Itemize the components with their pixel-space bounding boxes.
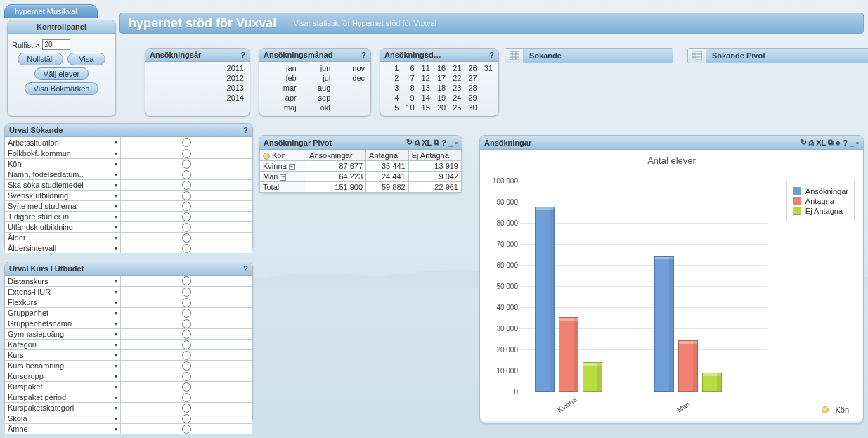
help-icon[interactable]: ?	[240, 51, 245, 59]
minimize-icon[interactable]: _	[448, 139, 453, 147]
help-icon[interactable]: ?	[243, 264, 248, 273]
month-option[interactable]: mar	[282, 83, 298, 93]
year-option[interactable]: 2011	[226, 63, 245, 73]
urval-dropdown[interactable]: Namn, födelsedatum..▾	[5, 169, 121, 179]
close-icon[interactable]: ▫	[856, 139, 859, 147]
help-icon[interactable]: ?	[489, 51, 494, 59]
day-option[interactable]: 27	[467, 73, 478, 83]
help-icon[interactable]: ?	[361, 51, 366, 59]
bar[interactable]	[583, 362, 602, 392]
urval-radio[interactable]	[182, 149, 191, 158]
urval-radio[interactable]	[182, 160, 191, 169]
day-option[interactable]: 9	[408, 93, 415, 103]
day-option[interactable]: 16	[436, 63, 447, 73]
excel-icon[interactable]: XL	[816, 139, 826, 147]
day-option[interactable]: 20	[436, 103, 447, 112]
year-option[interactable]: 2013	[226, 83, 245, 93]
urval-dropdown[interactable]: Folkbokf. kommun▾	[5, 148, 121, 158]
day-option[interactable]: 28	[467, 83, 478, 93]
urval-dropdown[interactable]: Ämne▾	[5, 424, 121, 434]
month-option[interactable]: okt	[319, 103, 332, 112]
urval-dropdown[interactable]: Kurspaket period▾	[5, 392, 121, 402]
month-option[interactable]: apr	[284, 93, 298, 103]
copy-icon[interactable]: ⧉	[434, 138, 439, 147]
urval-dropdown[interactable]: Kursgrupp▾	[5, 371, 121, 381]
urval-dropdown[interactable]: Gruppenhetsnamn▾	[5, 318, 121, 328]
day-option[interactable]: 11	[420, 63, 432, 73]
day-option[interactable]: 30	[467, 103, 478, 112]
month-option[interactable]: jul	[321, 73, 332, 83]
urval-dropdown[interactable]: Skola▾	[5, 413, 121, 423]
day-option[interactable]: 2	[393, 73, 400, 83]
urval-dropdown[interactable]: Distanskurs▾	[5, 276, 121, 286]
day-option[interactable]: 31	[483, 63, 494, 73]
urval-dropdown[interactable]: Tidigare studier in...▾	[5, 212, 121, 221]
urval-radio[interactable]	[182, 340, 191, 349]
urval-radio[interactable]	[182, 191, 191, 200]
urval-radio[interactable]	[182, 361, 191, 371]
day-option[interactable]: 18	[436, 83, 447, 93]
urval-dropdown[interactable]: Arbetssituation▾	[5, 137, 121, 148]
urval-radio[interactable]	[182, 181, 191, 190]
urval-dropdown[interactable]: Utländsk utbildning▾	[5, 222, 121, 232]
urval-dropdown[interactable]: Kategori▾	[5, 340, 121, 349]
day-option[interactable]: 26	[467, 63, 478, 73]
urval-dropdown[interactable]: Kurspaketskategori▾	[5, 403, 121, 413]
link-icon[interactable]: ⎆	[836, 139, 841, 147]
pivot-col-header[interactable]: Antagna	[366, 150, 409, 161]
day-option[interactable]: 3	[393, 83, 400, 93]
print-icon[interactable]: ⎙	[809, 139, 814, 147]
day-option[interactable]: 25	[451, 103, 462, 112]
urval-radio[interactable]	[182, 404, 191, 413]
sokande-pivot-button[interactable]: Sökande Pivot	[687, 48, 868, 63]
close-icon[interactable]: ▫	[455, 139, 458, 147]
help-icon[interactable]: ?	[843, 139, 848, 147]
urval-radio[interactable]	[182, 202, 191, 211]
help-icon[interactable]: ?	[243, 126, 248, 134]
pivot-dim-header[interactable]: Kön	[260, 150, 306, 161]
day-option[interactable]: 10	[404, 103, 415, 112]
urval-dropdown[interactable]: Åldersintervall▾	[5, 243, 121, 253]
pivot-row[interactable]: Man+ 64 22324 4419 042	[260, 172, 462, 182]
urval-dropdown[interactable]: Syfte med studierna▾	[5, 201, 121, 211]
month-option[interactable]: aug	[316, 83, 332, 93]
month-option[interactable]: dec	[351, 73, 366, 83]
day-option[interactable]: 19	[436, 93, 447, 103]
sokande-button[interactable]: Sökande	[505, 48, 673, 63]
print-icon[interactable]: ⎙	[415, 139, 420, 147]
urval-dropdown[interactable]: Svensk utbildning▾	[5, 191, 121, 200]
expand-icon[interactable]: +	[280, 174, 286, 181]
urval-dropdown[interactable]: Extens-HUR▾	[5, 287, 121, 297]
bar[interactable]	[678, 340, 698, 392]
urval-dropdown[interactable]: Kön▾	[5, 159, 121, 169]
bar[interactable]	[654, 256, 674, 392]
day-option[interactable]: 8	[408, 83, 415, 93]
cycle-icon[interactable]: ↻	[406, 138, 413, 147]
day-option[interactable]: 7	[408, 73, 415, 83]
valj-elever-button[interactable]: Välj elever	[34, 67, 89, 80]
urval-dropdown[interactable]: Kurs▾	[5, 350, 121, 360]
urval-radio[interactable]	[182, 425, 191, 434]
urval-dropdown[interactable]: Ålder▾	[5, 233, 121, 243]
pivot-col-header[interactable]: Ansökningar	[306, 150, 366, 161]
urval-radio[interactable]	[182, 309, 191, 318]
urval-dropdown[interactable]: Kurs benämning▾	[5, 361, 121, 371]
rullist-input[interactable]	[42, 39, 70, 50]
day-option[interactable]: 6	[408, 63, 415, 73]
app-tab[interactable]: hypernet Musikval	[4, 4, 98, 18]
urval-radio[interactable]	[182, 276, 191, 285]
urval-radio[interactable]	[182, 319, 191, 328]
urval-radio[interactable]	[182, 372, 191, 381]
nollstall-button[interactable]: Nollställ	[18, 53, 63, 65]
day-option[interactable]: 14	[420, 93, 432, 103]
month-option[interactable]: jan	[285, 63, 298, 73]
day-option[interactable]: 22	[451, 73, 462, 83]
urval-radio[interactable]	[182, 244, 191, 253]
year-option[interactable]: 2014	[226, 93, 245, 103]
month-option[interactable]: nov	[351, 63, 366, 73]
month-option[interactable]: jun	[319, 63, 332, 73]
day-option[interactable]: 29	[467, 93, 478, 103]
urval-radio[interactable]	[182, 298, 191, 307]
expand-icon[interactable]: +	[289, 164, 295, 170]
minimize-icon[interactable]: _	[850, 139, 854, 147]
